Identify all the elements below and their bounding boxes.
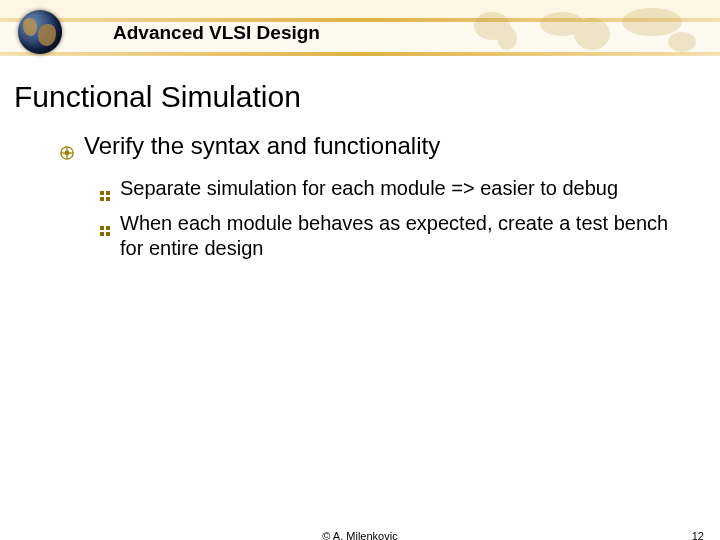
svg-rect-11 [106,191,110,195]
svg-rect-12 [100,197,104,201]
world-map-decoration [462,6,712,54]
bullet-level2: Separate simulation for each module => e… [100,176,680,207]
svg-rect-16 [100,232,104,236]
course-title: Advanced VLSI Design [113,22,320,44]
bullet-icon-l1 [60,138,74,166]
svg-point-5 [668,32,696,52]
bullet-icon-l2 [100,217,110,242]
bullet-level2: When each module behaves as expected, cr… [100,211,680,261]
svg-point-4 [622,8,682,36]
bullet-level1: Verify the syntax and functionality [60,132,680,166]
copyright-text: © A. Milenkovic [322,530,397,540]
page-number: 12 [692,530,704,540]
bullet-icon-l2 [100,182,110,207]
svg-point-3 [574,18,610,50]
bullet-l1-text: Verify the syntax and functionality [84,132,440,160]
svg-rect-14 [100,226,104,230]
header-bar: Advanced VLSI Design [0,0,720,55]
svg-point-1 [497,26,517,50]
svg-rect-15 [106,226,110,230]
svg-rect-17 [106,232,110,236]
slide-title: Functional Simulation [14,80,301,114]
svg-rect-10 [100,191,104,195]
svg-point-9 [65,151,70,156]
svg-rect-13 [106,197,110,201]
bullet-l2-text: Separate simulation for each module => e… [120,176,618,201]
bullet-l2-text: When each module behaves as expected, cr… [120,211,680,261]
globe-icon [18,10,62,54]
slide-content: Verify the syntax and functionality Sepa… [60,132,680,265]
